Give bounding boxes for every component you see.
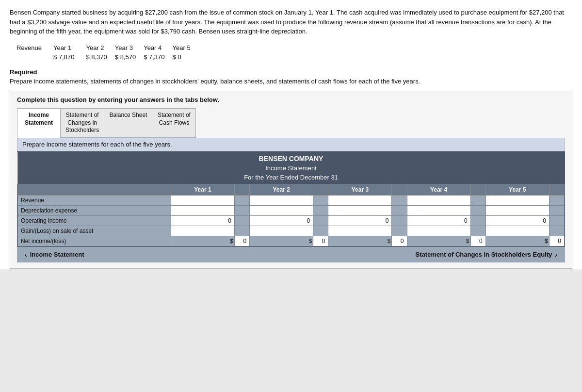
col-year1-spacer (235, 184, 250, 195)
revenue-y5-border (549, 195, 564, 205)
ni-y5-cell: 0 (549, 236, 564, 246)
year1-value: $ 7,870 (51, 52, 84, 62)
gl-y5-cell[interactable] (485, 226, 549, 236)
year1-header: Year 1 (51, 43, 84, 52)
col-year5-spacer (549, 184, 564, 195)
revenue-table: Revenue Year 1 Year 2 Year 3 Year 4 Year… (15, 43, 196, 62)
next-label: Statement of Changes in Stockholders Equ… (416, 251, 552, 258)
revenue-y2-cell[interactable] (250, 195, 313, 205)
revenue-y4-input[interactable] (434, 197, 468, 204)
gl-y4-cell[interactable] (407, 226, 470, 236)
revenue-y4-cell[interactable] (407, 195, 470, 205)
year3-header: Year 3 (113, 43, 142, 52)
revenue-y5-cell[interactable] (485, 195, 549, 205)
year5-value: $ 0 (171, 52, 196, 62)
dep-y5-cell[interactable] (485, 205, 549, 215)
dep-y3-border (392, 205, 407, 215)
tabs-row: IncomeStatement Statement ofChanges inSt… (17, 108, 565, 138)
dep-y1-input[interactable] (197, 207, 231, 214)
depreciation-row: Depreciation expense (18, 205, 565, 215)
revenue-row: Revenue (18, 195, 565, 205)
gl-y3-cell[interactable] (328, 226, 392, 236)
dep-y4-cell[interactable] (407, 205, 470, 215)
revenue-y1-input[interactable] (197, 197, 231, 204)
revenue-y2-input[interactable] (276, 197, 310, 204)
ni-y4-dollar: $ (407, 236, 470, 246)
gl-y2-border (313, 226, 328, 236)
date-row: For the Year Ended December 31 (18, 173, 565, 184)
gl-y2-cell[interactable] (250, 226, 313, 236)
gl-y3-input[interactable] (355, 228, 388, 234)
revenue-y3-border (392, 195, 407, 205)
gl-y1-input[interactable] (197, 228, 231, 234)
revenue-y5-input[interactable] (512, 197, 546, 204)
dep-y4-border (470, 205, 485, 215)
gl-y4-input[interactable] (434, 228, 468, 234)
revenue-row-label: Revenue (18, 195, 171, 205)
prev-arrow-icon: ‹ (25, 251, 27, 259)
operating-income-row: Operating income 0 0 0 0 0 (18, 215, 565, 226)
tab-income-statement[interactable]: IncomeStatement (17, 108, 61, 138)
next-arrow-icon: › (555, 251, 557, 259)
company-name-row: BENSEN COMPANY (18, 152, 565, 163)
revenue-y3-cell[interactable] (328, 195, 392, 205)
bottom-nav: ‹ Income Statement Statement of Changes … (17, 247, 565, 262)
oi-y3-cell: 0 (328, 215, 392, 226)
prev-label: Income Statement (30, 251, 84, 258)
period: For the Year Ended December 31 (18, 173, 565, 184)
gl-y5-border (549, 226, 564, 236)
dep-y5-border (549, 205, 564, 215)
income-table-wrapper: BENSEN COMPANY Income Statement For the … (17, 151, 565, 247)
required-section: Required Prepare income statements, stat… (10, 68, 572, 86)
year-header-row: Year 1 Year 2 Year 3 Year 4 Year 5 (18, 184, 565, 195)
prev-button[interactable]: ‹ Income Statement (25, 251, 84, 259)
dep-y4-input[interactable] (434, 207, 468, 214)
revenue-label: Revenue (15, 43, 51, 62)
oi-y1-cell: 0 (171, 215, 234, 226)
revenue-y1-border (235, 195, 250, 205)
oi-y5-cell: 0 (485, 215, 549, 226)
statement-title: Income Statement (18, 163, 565, 173)
col-year3-header: Year 3 (328, 184, 392, 195)
col-year4-header: Year 4 (407, 184, 470, 195)
ni-y1-cell: 0 (235, 236, 250, 246)
gainloss-label: Gain/(Loss) on sale of asset (18, 226, 171, 236)
revenue-y1-cell[interactable] (171, 195, 234, 205)
dep-y3-cell[interactable] (328, 205, 392, 215)
statement-title-row: Income Statement (18, 163, 565, 173)
required-title: Required (10, 68, 572, 76)
dep-y1-cell[interactable] (171, 205, 234, 215)
year2-header: Year 2 (84, 43, 113, 52)
complete-box: Complete this question by entering your … (10, 91, 572, 269)
company-name: BENSEN COMPANY (18, 152, 565, 163)
dep-y2-input[interactable] (276, 207, 310, 214)
tab-balance-sheet[interactable]: Balance Sheet (104, 108, 152, 138)
tab-statement-of-cash-flows[interactable]: Statement ofCash Flows (152, 108, 196, 138)
net-income-label: Net income/(loss) (18, 236, 171, 246)
tab-statement-of-changes[interactable]: Statement ofChanges inStockholders (61, 108, 104, 138)
year4-header: Year 4 (142, 43, 170, 52)
oi-y4-cell: 0 (407, 215, 470, 226)
next-button[interactable]: Statement of Changes in Stockholders Equ… (416, 251, 557, 259)
oi-y2-border (313, 215, 328, 226)
col-year2-spacer (313, 184, 328, 195)
ni-y2-cell: 0 (313, 236, 328, 246)
oi-y1-border (235, 215, 250, 226)
col-year3-spacer (392, 184, 407, 195)
gl-y2-input[interactable] (276, 228, 310, 234)
gl-y1-cell[interactable] (171, 226, 234, 236)
required-body: Prepare income statements, statements of… (10, 77, 572, 86)
ni-y2-dollar: $ (250, 236, 313, 246)
oi-y2-cell: 0 (250, 215, 313, 226)
dep-y2-cell[interactable] (250, 205, 313, 215)
ni-y1-dollar: $ (171, 236, 234, 246)
dep-y3-input[interactable] (355, 207, 388, 214)
revenue-y3-input[interactable] (355, 197, 388, 204)
ni-y5-dollar: $ (485, 236, 549, 246)
gl-y3-border (392, 226, 407, 236)
dep-y2-border (313, 205, 328, 215)
gl-y5-input[interactable] (512, 228, 546, 234)
dep-y5-input[interactable] (512, 207, 546, 214)
col-year5-header: Year 5 (485, 184, 549, 195)
col-year2-header: Year 2 (250, 184, 313, 195)
